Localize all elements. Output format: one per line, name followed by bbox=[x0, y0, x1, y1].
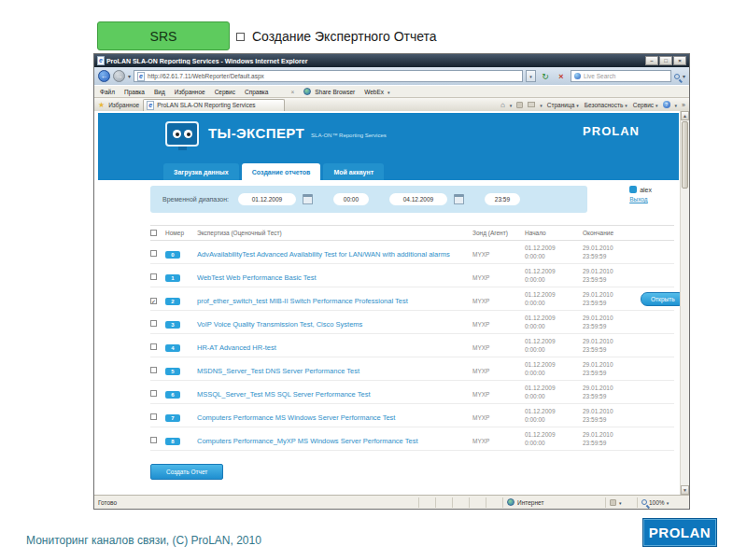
row-checkbox[interactable]: ✓ bbox=[150, 273, 157, 280]
end-cell: 29.01.201023:59:59 bbox=[583, 430, 641, 447]
refresh-button[interactable]: ↻ bbox=[539, 70, 552, 83]
date-to-input[interactable]: 04.12.2009 bbox=[389, 193, 447, 205]
web-page: ТЫ-ЭКСПЕРТ SLA-ON™ Reporting Services PR… bbox=[94, 111, 680, 495]
command-bar-item[interactable]: Страница bbox=[547, 102, 579, 108]
test-name-link[interactable]: prof_ether_switch_test MIB-II Switch Per… bbox=[197, 297, 408, 306]
zoom-caret-icon bbox=[667, 499, 669, 506]
vertical-scrollbar[interactable]: ▲ ▼ bbox=[680, 111, 689, 495]
logout-link[interactable]: Выход bbox=[629, 196, 647, 203]
row-number-badge: 3 bbox=[165, 321, 180, 329]
table-body: ✓ 0 AdvAvailabilityTest Advanced Availab… bbox=[150, 241, 674, 451]
table-row: ✓ 1 WebTest Web Performance Basic Test M… bbox=[150, 264, 674, 287]
zoom-control[interactable]: 100% bbox=[637, 497, 689, 508]
search-dropdown-icon[interactable]: ▾ bbox=[683, 73, 685, 79]
scroll-up-icon[interactable]: ▲ bbox=[681, 111, 689, 120]
slide-title: Создание Экспертного Отчета bbox=[236, 29, 437, 44]
test-name-link[interactable]: Computers Performance MS Windows Server … bbox=[197, 413, 395, 423]
row-number-badge: 5 bbox=[165, 368, 180, 375]
url-dropdown-button[interactable]: ▾ bbox=[526, 70, 536, 82]
test-name-link[interactable]: HR-AT Advanced HR-test bbox=[197, 343, 276, 353]
row-number-badge: 7 bbox=[165, 414, 180, 422]
stop-button[interactable]: × bbox=[555, 70, 568, 83]
close-button[interactable]: × bbox=[673, 56, 686, 65]
end-cell: 29.01.201023:59:59 bbox=[583, 337, 641, 354]
row-checkbox[interactable]: ✓ bbox=[150, 437, 157, 443]
test-name-link[interactable]: AdvAvailabilityTest Advanced Availabilit… bbox=[197, 250, 450, 259]
favorites-bar: ★ Избранное e ProLAN SLA-ON Reporting Se… bbox=[94, 97, 689, 111]
row-checkbox[interactable]: ✓ bbox=[150, 367, 157, 373]
time-to-input[interactable]: 23:59 bbox=[485, 193, 520, 205]
share-browser-button[interactable]: Share Browser bbox=[303, 88, 355, 95]
select-all-checkbox[interactable]: ✓ bbox=[150, 230, 157, 236]
table-row: ✓ 6 MSSQL_Server_Test MS SQL Server Perf… bbox=[150, 381, 674, 404]
agent-cell: MYXP bbox=[472, 438, 489, 444]
date-from-input[interactable]: 01.12.2009 bbox=[238, 193, 296, 205]
menu-item[interactable]: Вид bbox=[154, 89, 165, 95]
print-caret-icon[interactable] bbox=[540, 102, 543, 108]
scrollbar-thumb[interactable] bbox=[682, 121, 688, 189]
search-input[interactable]: Live Search bbox=[571, 70, 671, 82]
home-icon[interactable]: ⌂ bbox=[500, 101, 505, 109]
srs-button[interactable]: SRS bbox=[97, 21, 230, 50]
agent-cell: MYXP bbox=[472, 368, 489, 374]
create-report-button[interactable]: Создать Отчет bbox=[150, 464, 223, 480]
test-name-link[interactable]: VoIP Voice Quality Transmission Test, Ci… bbox=[197, 320, 362, 329]
help-caret-icon[interactable] bbox=[675, 102, 678, 108]
webex-menu[interactable]: WebEx bbox=[364, 89, 389, 95]
favorites-star-icon[interactable]: ★ bbox=[98, 101, 105, 109]
row-number-badge: 8 bbox=[165, 438, 180, 445]
browser-tab[interactable]: e ProLAN SLA-ON Reporting Services bbox=[143, 99, 285, 111]
webex-close-icon[interactable]: × bbox=[290, 89, 294, 95]
row-checkbox[interactable]: ✓ bbox=[150, 320, 157, 327]
scroll-down-icon[interactable]: ▼ bbox=[681, 485, 689, 495]
app-tab[interactable]: Мой аккаунт bbox=[323, 163, 384, 180]
test-name-link[interactable]: MSDNS_Server_Test DNS Server Performance… bbox=[197, 367, 359, 376]
home-caret-icon[interactable] bbox=[510, 102, 513, 108]
calendar-to-icon[interactable] bbox=[454, 194, 464, 204]
calendar-from-icon[interactable] bbox=[303, 194, 313, 204]
url-text: http://62.61.7.11/WebReporter/Default.as… bbox=[148, 73, 264, 79]
app-tab[interactable]: Создание отчетов bbox=[242, 163, 321, 180]
row-checkbox[interactable]: ✓ bbox=[150, 250, 157, 257]
header-start: Начало bbox=[525, 230, 583, 236]
row-checkbox[interactable]: ✓ bbox=[150, 343, 157, 350]
command-bar-item[interactable]: Безопасность bbox=[585, 102, 627, 108]
menu-item[interactable]: Правка bbox=[124, 89, 145, 95]
nav-history-dropdown-icon[interactable]: ▾ bbox=[128, 73, 131, 79]
test-name-link[interactable]: Computers Performance_MyXP MS Windows Se… bbox=[197, 437, 417, 446]
row-checkbox[interactable]: ✓ bbox=[150, 298, 157, 304]
overflow-chevron-icon[interactable] bbox=[682, 102, 685, 108]
minimize-button[interactable]: – bbox=[645, 56, 658, 65]
row-checkbox[interactable]: ✓ bbox=[150, 413, 157, 420]
status-ready: Готово bbox=[94, 499, 418, 506]
time-from-input[interactable]: 00:00 bbox=[333, 193, 369, 205]
command-bar-item[interactable]: Сервис bbox=[633, 102, 658, 108]
back-button[interactable]: ← bbox=[98, 70, 110, 82]
menu-item[interactable]: Файл bbox=[100, 89, 115, 95]
header-end: Окончание bbox=[583, 230, 641, 236]
menu-item[interactable]: Избранное bbox=[175, 89, 205, 95]
menu-item[interactable]: Справка bbox=[245, 89, 269, 95]
app-tab[interactable]: Загрузка данных bbox=[163, 163, 239, 180]
row-number-badge: 4 bbox=[165, 344, 180, 352]
favorites-label[interactable]: Избранное bbox=[108, 102, 139, 108]
menu-item[interactable]: Сервис bbox=[215, 89, 235, 95]
maximize-button[interactable]: □ bbox=[659, 56, 672, 65]
app-header: ТЫ-ЭКСПЕРТ SLA-ON™ Reporting Services PR… bbox=[98, 113, 679, 180]
feeds-icon[interactable] bbox=[516, 102, 523, 108]
search-magnifier-icon[interactable] bbox=[674, 74, 680, 79]
live-search-icon bbox=[574, 73, 581, 79]
print-icon[interactable] bbox=[528, 102, 535, 107]
app-logo-title: ТЫ-ЭКСПЕРТ bbox=[208, 125, 304, 141]
command-bar: ⌂ Страница Безопасность Сервис ? bbox=[500, 101, 685, 109]
forward-button[interactable]: → bbox=[113, 70, 125, 82]
help-icon[interactable]: ? bbox=[663, 101, 670, 108]
status-protected-mode[interactable] bbox=[605, 497, 637, 508]
test-name-link[interactable]: MSSQL_Server_Test MS SQL Server Performa… bbox=[197, 390, 371, 399]
command-caret-icon bbox=[655, 102, 658, 108]
open-report-button[interactable]: Открыть bbox=[641, 292, 680, 306]
page-icon: e bbox=[137, 72, 145, 81]
test-name-link[interactable]: WebTest Web Performance Basic Test bbox=[197, 273, 317, 283]
url-field[interactable]: e http://62.61.7.11/WebReporter/Default.… bbox=[134, 70, 523, 82]
row-checkbox[interactable]: ✓ bbox=[150, 390, 157, 397]
